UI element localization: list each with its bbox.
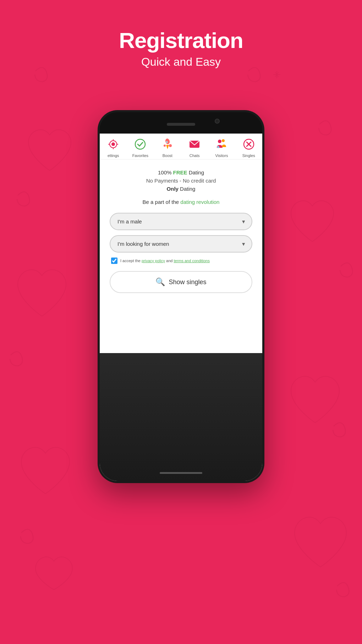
svg-point-11 (166, 141, 168, 143)
show-singles-label: Show singles (169, 278, 206, 286)
nav-label-settings: ettings (108, 153, 119, 158)
nav-item-visitors[interactable]: Visitors (208, 136, 235, 158)
nav-item-favorites[interactable]: Favorites (127, 136, 154, 158)
chats-icon (187, 136, 202, 152)
free-text: FREE (173, 169, 187, 175)
svg-point-7 (165, 138, 170, 145)
svg-point-13 (218, 140, 221, 143)
favorites-icon (132, 136, 148, 152)
phone-inner-bezel: ettings Favorites (100, 112, 262, 481)
only-text: Only (167, 186, 179, 192)
nav-label-visitors: Visitors (215, 153, 228, 158)
phone-camera (215, 119, 220, 124)
no-payments-line: No Payments - No credit card (110, 178, 252, 184)
dating-revolution-link[interactable]: dating revolution (180, 199, 219, 205)
nav-label-favorites: Favorites (132, 153, 148, 158)
singles-icon (241, 136, 257, 152)
privacy-policy-link[interactable]: privacy policy (142, 259, 165, 263)
svg-point-14 (222, 139, 225, 142)
svg-point-15 (217, 146, 219, 148)
page-title: Registration (0, 28, 362, 53)
only-dating-line: Only Dating (110, 186, 252, 192)
terms-checkbox-area: I accept the privacy policy and terms an… (110, 258, 252, 264)
settings-icon (105, 136, 121, 152)
phone-frame: ettings Favorites (98, 110, 264, 483)
home-indicator (160, 472, 202, 474)
phone-speaker (167, 123, 195, 126)
navigation-bar: ettings Favorites (100, 134, 262, 159)
nav-item-singles[interactable]: Singles (235, 136, 262, 158)
looking-for-dropdown-wrapper: I'm looking for women I'm looking for me… (110, 235, 252, 253)
gender-select[interactable]: I'm a male I'm a female (110, 213, 252, 230)
svg-marker-8 (166, 145, 169, 149)
svg-point-9 (169, 144, 172, 147)
terms-label: I accept the privacy policy and terms an… (120, 259, 210, 263)
boost-icon (160, 136, 175, 152)
nav-item-chats[interactable]: Chats (181, 136, 208, 158)
registration-content: 100% FREE Dating No Payments - No credit… (100, 159, 262, 300)
terms-checkbox[interactable] (111, 258, 117, 264)
nav-item-boost[interactable]: Boost (154, 136, 181, 158)
svg-line-2 (275, 72, 279, 77)
gender-dropdown-wrapper: I'm a male I'm a female ▼ (110, 213, 252, 230)
svg-point-10 (164, 145, 166, 147)
search-heart-icon: 🔍 (155, 277, 165, 287)
nav-item-settings[interactable]: ettings (100, 136, 127, 158)
phone-bottom-area (100, 353, 262, 481)
svg-line-3 (275, 72, 279, 77)
header-section: Registration Quick and Easy (0, 28, 362, 69)
phone-notch (100, 112, 262, 134)
free-dating-line: 100% FREE Dating (110, 169, 252, 175)
nav-label-chats: Chats (190, 153, 200, 158)
nav-label-boost: Boost (163, 153, 172, 158)
revolution-line: Be a part of the dating revolution (110, 199, 252, 205)
page-subtitle: Quick and Easy (0, 55, 362, 69)
visitors-icon (214, 136, 229, 152)
show-singles-button[interactable]: 🔍 Show singles (110, 271, 252, 293)
phone-device: ettings Favorites (98, 110, 264, 483)
svg-point-6 (135, 139, 145, 149)
nav-label-singles: Singles (242, 153, 255, 158)
looking-for-select[interactable]: I'm looking for women I'm looking for me… (110, 235, 252, 253)
svg-point-5 (111, 142, 115, 146)
terms-conditions-link[interactable]: terms and conditions (174, 259, 210, 263)
phone-screen: ettings Favorites (100, 134, 262, 481)
